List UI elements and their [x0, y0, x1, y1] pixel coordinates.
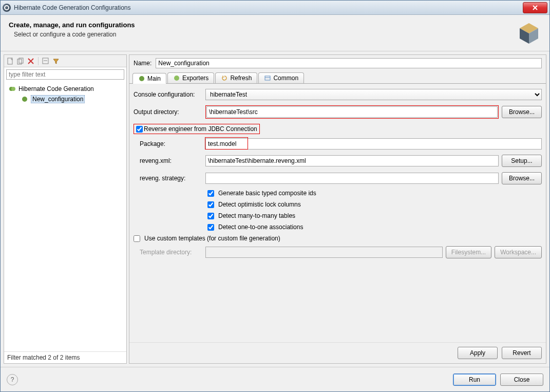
tab-refresh[interactable]: Refresh [215, 72, 257, 83]
eclipse-icon [3, 4, 11, 12]
config-icon [21, 95, 29, 103]
delete-icon[interactable] [27, 57, 35, 65]
window-close-button[interactable] [523, 2, 547, 13]
duplicate-icon[interactable] [16, 57, 25, 65]
apply-revert-row: Apply Revert [129, 342, 546, 363]
tab-content-main: Console configuration: hibernateTest Out… [129, 84, 546, 342]
reverse-engineer-label: Reverse engineer from JDBC Connection [144, 125, 257, 133]
template-dir-label: Template directory: [134, 249, 202, 256]
filesystem-button: Filesystem... [446, 246, 491, 258]
detect-o2o-checkbox[interactable] [207, 224, 214, 231]
left-toolbar [4, 55, 126, 67]
apply-button[interactable]: Apply [458, 347, 498, 359]
collapse-all-icon[interactable] [42, 57, 50, 65]
right-panel: Name: Main Exporters Refresh [129, 54, 546, 364]
left-panel: Hibernate Code Generation New_configurat… [4, 54, 127, 364]
package-input[interactable] [205, 138, 542, 150]
common-tab-icon [264, 74, 271, 82]
run-button[interactable]: Run [453, 374, 496, 386]
filter-input[interactable] [6, 69, 124, 80]
reverse-engineer-checkbox[interactable] [136, 126, 143, 133]
detect-m2m-checkbox[interactable] [207, 213, 214, 219]
svg-rect-3 [8, 58, 12, 64]
header: Create, manage, and run configurations S… [1, 15, 549, 51]
toolbar-separator [38, 57, 39, 65]
help-button[interactable]: ? [7, 374, 18, 385]
close-icon [533, 5, 538, 10]
tree-root-item[interactable]: Hibernate Code Generation [8, 84, 122, 94]
detect-lock-label: Detect optimistic lock columns [218, 201, 301, 208]
main-area: Hibernate Code Generation New_configurat… [1, 51, 549, 367]
svg-rect-13 [265, 76, 270, 80]
console-label: Console configuration: [134, 91, 202, 98]
reveng-input[interactable] [205, 155, 499, 166]
exporters-tab-icon [173, 74, 180, 82]
svg-point-11 [139, 76, 144, 81]
config-tree: Hibernate Code Generation New_configurat… [4, 82, 126, 351]
help-icon: ? [11, 376, 14, 383]
generate-ids-label: Generate basic typed composite ids [218, 190, 316, 197]
name-label: Name: [134, 60, 151, 67]
svg-point-12 [174, 76, 179, 81]
hibernate-icon [8, 85, 16, 93]
close-button[interactable]: Close [500, 374, 543, 386]
header-title: Create, manage, and run configurations [9, 21, 517, 29]
tab-common[interactable]: Common [258, 72, 304, 83]
custom-templates-checkbox[interactable] [134, 235, 140, 242]
filter-dropdown-icon[interactable] [52, 57, 60, 65]
tab-main[interactable]: Main [132, 73, 166, 84]
package-label: Package: [134, 140, 202, 147]
tabs: Main Exporters Refresh Common [129, 72, 546, 84]
strategy-label: reveng. strategy: [134, 175, 202, 182]
tree-root-label: Hibernate Code Generation [18, 85, 94, 92]
svg-point-10 [22, 97, 27, 102]
tree-child-item[interactable]: New_configuration [8, 94, 122, 104]
generate-ids-checkbox[interactable] [207, 190, 214, 197]
window-title: Hibernate Code Generation Configurations [14, 4, 523, 11]
template-dir-input [205, 247, 443, 258]
revert-button[interactable]: Revert [502, 347, 542, 359]
detect-o2o-label: Detect one-to-one associations [218, 223, 303, 231]
header-subtitle: Select or configure a code generation [9, 31, 517, 38]
detect-lock-checkbox[interactable] [207, 201, 214, 208]
setup-button[interactable]: Setup... [502, 155, 542, 167]
workspace-button: Workspace... [495, 246, 542, 258]
main-tab-icon [138, 75, 145, 82]
new-config-icon[interactable] [6, 57, 14, 65]
detect-m2m-label: Detect many-to-many tables [218, 212, 295, 219]
strategy-input[interactable] [205, 173, 499, 184]
tab-exporters[interactable]: Exporters [167, 72, 214, 83]
tree-child-label: New_configuration [31, 95, 85, 103]
console-select[interactable]: hibernateTest [205, 89, 542, 100]
filter-status: Filter matched 2 of 2 items [4, 351, 126, 363]
strategy-browse-button[interactable]: Browse... [502, 172, 542, 184]
output-browse-button[interactable]: Browse... [502, 106, 542, 118]
output-input[interactable] [206, 106, 498, 118]
reveng-label: reveng.xml: [134, 157, 202, 164]
refresh-tab-icon [221, 74, 228, 82]
svg-point-9 [11, 87, 15, 91]
custom-templates-label: Use custom templates (for custom file ge… [144, 235, 280, 242]
name-input[interactable] [156, 58, 542, 68]
header-logo-icon [517, 21, 541, 46]
output-label: Output directory: [134, 108, 202, 116]
footer: ? Run Close [1, 367, 549, 391]
dialog-window: Hibernate Code Generation Configurations… [0, 0, 550, 392]
titlebar: Hibernate Code Generation Configurations [1, 1, 549, 15]
